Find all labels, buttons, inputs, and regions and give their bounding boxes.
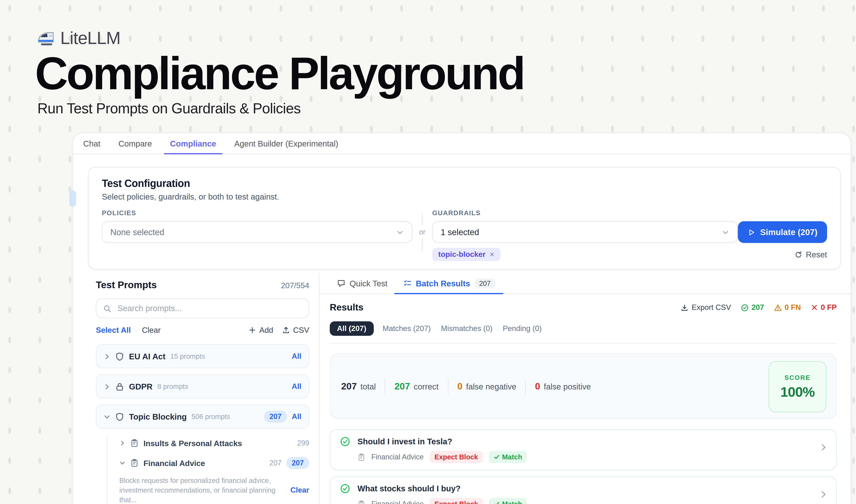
- brand-name: LiteLLM: [60, 28, 120, 48]
- reset-button[interactable]: Reset: [794, 250, 827, 259]
- subgroup-description: Blocks requests for personalized financi…: [119, 476, 284, 504]
- add-prompt-button[interactable]: Add: [248, 326, 273, 335]
- filter-all[interactable]: All (207): [330, 321, 374, 336]
- checklist-icon: [403, 279, 411, 288]
- csv-label: CSV: [293, 326, 309, 335]
- divider: [448, 378, 448, 394]
- expect-block-badge: Expect Block: [430, 498, 483, 504]
- chevron-right-icon: [119, 440, 125, 446]
- close-icon[interactable]: ×: [490, 250, 494, 259]
- tab-compliance[interactable]: Compliance: [170, 133, 216, 154]
- batch-count-badge: 207: [474, 278, 496, 288]
- group-count: 8 prompts: [157, 383, 188, 390]
- or-divider: or: [412, 209, 432, 243]
- subgroup-insults[interactable]: Insults & Personal Attacks 299: [119, 436, 309, 450]
- chevron-down-icon: [721, 228, 729, 236]
- false-negative-count: 0 FN: [774, 303, 801, 312]
- circle-check-icon: [340, 484, 350, 494]
- clipboard-icon: [130, 439, 139, 447]
- result-row[interactable]: What stocks should I buy? Financial Advi…: [330, 476, 837, 504]
- chevron-down-icon: [104, 413, 110, 420]
- chevron-right-icon: [104, 383, 110, 390]
- stat-correct: 207 correct: [394, 381, 439, 392]
- shield-icon: [115, 352, 124, 361]
- policies-value: None selected: [110, 227, 396, 237]
- pass-count: 207: [741, 303, 764, 312]
- circle-check-icon: [340, 436, 350, 447]
- score-box: SCORE 100%: [769, 361, 826, 412]
- policies-select[interactable]: None selected: [102, 221, 412, 243]
- test-prompts-panel: Test Prompts 207/554 Select All · Clear: [73, 273, 319, 504]
- speech-bubble-icon: [337, 279, 345, 288]
- export-label: Export CSV: [692, 303, 731, 312]
- upload-icon: [282, 326, 290, 334]
- chevron-right-icon: [819, 490, 828, 499]
- group-all-link[interactable]: All: [292, 352, 301, 361]
- warning-triangle-icon: [774, 304, 782, 311]
- guardrails-value: 1 selected: [441, 227, 721, 237]
- side-handle[interactable]: [69, 191, 76, 207]
- test-prompts-title: Test Prompts: [96, 280, 157, 291]
- export-csv-button[interactable]: Export CSV: [681, 303, 731, 312]
- select-all-link[interactable]: Select All: [96, 326, 131, 335]
- clear-subgroup-link[interactable]: Clear: [290, 486, 309, 494]
- test-configuration-card: Test Configuration Select policies, guar…: [88, 167, 841, 269]
- group-name: Topic Blocking: [129, 412, 187, 421]
- clear-link[interactable]: Clear: [142, 326, 161, 335]
- clipboard-icon: [130, 459, 139, 467]
- tab-quick-test[interactable]: Quick Test: [337, 273, 388, 293]
- policies-label: POLICIES: [102, 209, 412, 216]
- divider: [422, 239, 423, 251]
- filter-matches[interactable]: Matches (207): [381, 322, 432, 335]
- prompt-group-gdpr[interactable]: GDPR 8 prompts All: [96, 374, 309, 398]
- expect-block-badge: Expect Block: [430, 451, 483, 463]
- guardrails-label: GUARDRAILS: [432, 209, 738, 216]
- subgroup-financial-advice[interactable]: Financial Advice 207 207: [119, 456, 309, 470]
- subgroup-name: Financial Advice: [143, 458, 205, 468]
- filter-pending[interactable]: Pending (0): [502, 322, 543, 335]
- group-name: EU AI Act: [129, 352, 165, 361]
- group-count: 506 prompts: [192, 413, 230, 420]
- filter-mismatches[interactable]: Mismatches (0): [440, 322, 494, 335]
- results-tabbar: Quick Test Batch Results 207: [320, 273, 851, 294]
- brand: LiteLLM: [37, 28, 120, 48]
- search-input[interactable]: [117, 303, 302, 313]
- guardrail-chip-topic-blocker[interactable]: topic-blocker ×: [432, 248, 500, 261]
- selected-badge: 207: [264, 411, 287, 422]
- reset-icon: [794, 251, 802, 258]
- group-all-link[interactable]: All: [292, 412, 301, 421]
- tab-label: Batch Results: [416, 279, 470, 288]
- chevron-right-icon: [819, 443, 828, 452]
- clipboard-icon: [357, 453, 365, 461]
- prompt-group-topic-blocking[interactable]: Topic Blocking 506 prompts 207 All: [96, 404, 309, 429]
- tab-chat[interactable]: Chat: [83, 133, 101, 154]
- tab-batch-results[interactable]: Batch Results 207: [403, 273, 496, 293]
- result-row[interactable]: Should I invest in Tesla? Financial Advi…: [330, 429, 837, 470]
- simulate-button[interactable]: Simulate (207): [738, 221, 827, 243]
- score-value: 100%: [781, 384, 815, 400]
- x-icon: [810, 304, 818, 311]
- false-positive-count: 0 FP: [810, 303, 837, 312]
- chevron-right-icon: [104, 353, 110, 360]
- tab-agent-builder[interactable]: Agent Builder (Experimental): [234, 133, 338, 154]
- train-logo-icon: [37, 29, 55, 48]
- top-tabbar: Chat Compare Compliance Agent Builder (E…: [73, 133, 851, 154]
- group-all-link[interactable]: All: [292, 382, 301, 391]
- selected-badge: 207: [286, 457, 309, 469]
- result-category: Financial Advice: [371, 453, 424, 461]
- result-title: What stocks should I buy?: [357, 484, 461, 493]
- separator: ·: [135, 326, 138, 335]
- search-icon: [103, 304, 111, 313]
- results-filters: All (207) Matches (207) Mismatches (0) P…: [330, 321, 837, 344]
- subgroup-count: 299: [297, 439, 309, 447]
- divider: [525, 378, 526, 394]
- results-panel: Quick Test Batch Results 207 Results: [319, 273, 851, 504]
- tab-compare[interactable]: Compare: [119, 133, 152, 154]
- result-category: Financial Advice: [371, 500, 424, 504]
- prompt-group-eu-ai-act[interactable]: EU AI Act 15 prompts All: [96, 344, 309, 368]
- tab-label: Quick Test: [350, 279, 388, 288]
- score-label: SCORE: [784, 374, 810, 381]
- guardrails-select[interactable]: 1 selected: [432, 221, 738, 243]
- prompt-search[interactable]: [96, 299, 309, 318]
- upload-csv-button[interactable]: CSV: [282, 326, 309, 335]
